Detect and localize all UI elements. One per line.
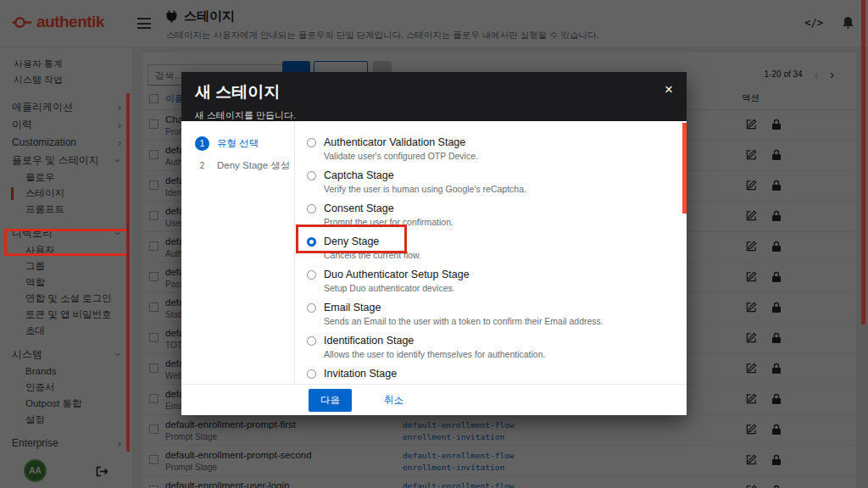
modal-footer: 다음 취소 xyxy=(181,384,687,415)
new-stage-modal: 새 스테이지 새 스테이지를 만듭니다. × 1 유형 선택 2 Deny St… xyxy=(181,72,687,415)
stage-type-option[interactable]: Duo Authenticator Setup Stage Setup Duo … xyxy=(307,269,673,293)
radio-icon[interactable] xyxy=(307,303,316,313)
wizard-step-select-type[interactable]: 1 유형 선택 xyxy=(195,136,294,151)
modal-title: 새 스테이지 xyxy=(195,81,673,103)
radio-icon[interactable] xyxy=(307,171,316,180)
step-number: 1 xyxy=(195,136,209,151)
authentik-admin-screen: authentik 스테이지 스테이지는 사용자에게 안내되는 플로우의 단일 … xyxy=(0,0,868,488)
cancel-button[interactable]: 취소 xyxy=(384,394,403,407)
step-label: 유형 선택 xyxy=(217,137,259,150)
modal-subtitle: 새 스테이지를 만듭니다. xyxy=(195,109,673,122)
option-title: Captcha Stage xyxy=(324,169,673,181)
option-description: Verify the user is human using Google's … xyxy=(324,184,673,194)
option-title: Invitation Stage xyxy=(324,368,673,380)
stage-type-option[interactable]: Consent Stage Prompt the user for confir… xyxy=(307,202,673,227)
step-number: 2 xyxy=(195,158,209,173)
option-title: Deny Stage xyxy=(324,236,673,247)
modal-body: 1 유형 선택 2 Deny Stage 생성 Authenticator Va… xyxy=(181,121,687,384)
wizard-step-create-stage[interactable]: 2 Deny Stage 생성 xyxy=(195,158,294,173)
radio-icon[interactable] xyxy=(307,204,316,214)
option-description: Prompt the user for confirmation. xyxy=(324,217,673,227)
next-button[interactable]: 다음 xyxy=(309,389,352,412)
modal-scrollbar-thumb[interactable] xyxy=(682,123,687,214)
option-title: Authenticator Validation Stage xyxy=(324,136,673,148)
stage-type-option[interactable]: Identification Stage Allows the user to … xyxy=(307,335,673,359)
option-description: Sends an Email to the user with a token … xyxy=(324,316,673,326)
step-label: Deny Stage 생성 xyxy=(217,159,290,172)
radio-icon[interactable] xyxy=(307,138,316,147)
option-description: Setup Duo authenticator devices. xyxy=(324,283,673,293)
radio-icon[interactable] xyxy=(307,369,316,379)
stage-type-option[interactable]: Deny Stage Cancels the current flow. xyxy=(307,236,673,260)
option-title: Identification Stage xyxy=(324,335,673,347)
option-title: Consent Stage xyxy=(324,202,673,214)
close-icon[interactable]: × xyxy=(665,82,673,97)
wizard-steps: 1 유형 선택 2 Deny Stage 생성 xyxy=(181,121,295,384)
stage-type-option[interactable]: Authenticator Validation Stage Validate … xyxy=(307,136,673,161)
option-description: Allows the user to identify themselves f… xyxy=(324,349,673,359)
stage-type-option[interactable]: Captcha Stage Verify the user is human u… xyxy=(307,169,673,194)
stage-type-option[interactable]: Email Stage Sends an Email to the user w… xyxy=(307,302,673,326)
radio-icon[interactable] xyxy=(307,237,316,247)
stage-type-list: Authenticator Validation Stage Validate … xyxy=(295,121,687,384)
modal-header: 새 스테이지 새 스테이지를 만듭니다. × xyxy=(181,72,687,121)
radio-icon[interactable] xyxy=(307,336,316,346)
option-description: Cancels the current flow. xyxy=(324,250,673,260)
option-title: Email Stage xyxy=(324,302,673,313)
radio-icon[interactable] xyxy=(307,270,316,280)
stage-type-option[interactable]: Invitation Stage Simplify enrollment; al… xyxy=(307,368,673,384)
option-title: Duo Authenticator Setup Stage xyxy=(324,269,673,280)
option-description: Validate user's configured OTP Device. xyxy=(324,151,673,161)
